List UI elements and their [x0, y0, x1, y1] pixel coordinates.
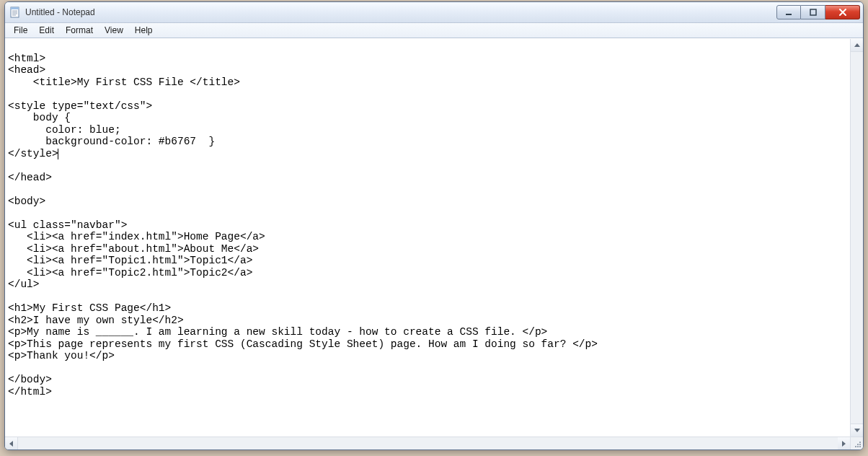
text-caret: [58, 149, 58, 159]
menu-format[interactable]: Format: [60, 25, 99, 36]
scroll-up-button[interactable]: [851, 39, 863, 52]
svg-rect-1: [11, 7, 19, 9]
menu-file[interactable]: File: [8, 25, 33, 36]
notepad-app-icon: [9, 6, 21, 18]
svg-rect-6: [786, 14, 792, 15]
titlebar[interactable]: Untitled - Notepad: [5, 2, 863, 23]
maximize-button[interactable]: [801, 5, 825, 19]
resize-grip[interactable]: [851, 437, 863, 450]
minimize-button[interactable]: [776, 5, 801, 19]
svg-rect-11: [855, 446, 856, 447]
svg-rect-9: [857, 444, 859, 445]
svg-rect-10: [859, 444, 861, 445]
svg-rect-8: [859, 442, 861, 443]
vertical-scrollbar[interactable]: [850, 39, 863, 437]
scroll-down-button[interactable]: [851, 424, 863, 437]
vertical-scroll-track[interactable]: [851, 52, 863, 424]
scroll-left-button[interactable]: [5, 437, 18, 450]
svg-rect-7: [810, 9, 816, 15]
window-controls: [776, 5, 860, 19]
svg-rect-13: [859, 446, 861, 447]
notepad-window: Untitled - Notepad File Edit Format View…: [4, 1, 864, 450]
scroll-right-button[interactable]: [838, 437, 851, 450]
close-button[interactable]: [825, 5, 860, 19]
menubar: File Edit Format View Help: [5, 23, 863, 38]
menu-edit[interactable]: Edit: [33, 25, 60, 36]
client-area: <html> <head> <title>My First CSS File <…: [5, 38, 863, 437]
menu-view[interactable]: View: [99, 25, 129, 36]
menu-help[interactable]: Help: [129, 25, 159, 36]
window-title: Untitled - Notepad: [25, 7, 95, 17]
horizontal-scroll-track[interactable]: [18, 437, 838, 450]
editor-text-area[interactable]: <html> <head> <title>My First CSS File <…: [5, 39, 850, 437]
horizontal-scrollbar[interactable]: [5, 437, 863, 450]
svg-rect-12: [857, 446, 859, 447]
